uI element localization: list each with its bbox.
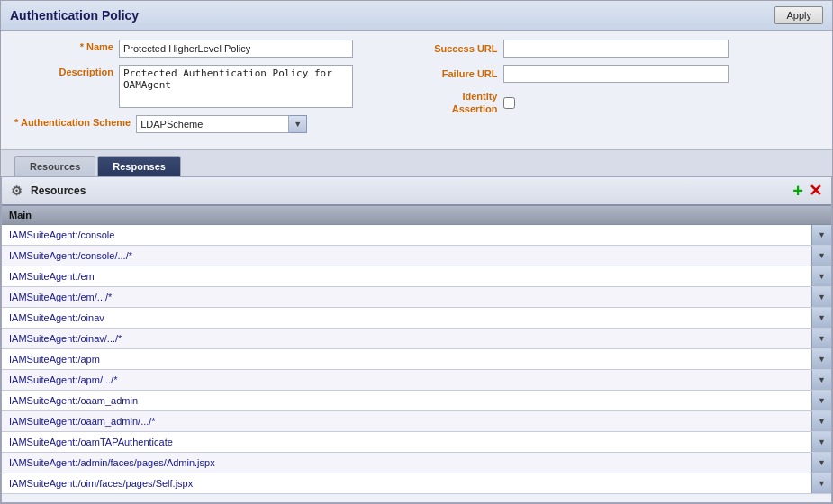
row-dropdown-arrow[interactable]: ▼ xyxy=(811,328,831,348)
table-row[interactable]: IAMSuiteAgent:/em/.../* ▼ xyxy=(2,287,831,308)
form-left: * Name Description Protected Authenticat… xyxy=(14,40,417,140)
table-row[interactable]: IAMSuiteAgent:/console/.../* ▼ xyxy=(2,246,831,266)
table-row[interactable]: IAMSuiteAgent:/console ▼ xyxy=(2,225,831,246)
page-container: Authentication Policy Apply * Name Descr… xyxy=(0,0,833,504)
row-dropdown-arrow[interactable]: ▼ xyxy=(811,287,831,307)
table-row[interactable]: IAMSuiteAgent:/admin/faces/pages/Admin.j… xyxy=(2,453,831,473)
row-dropdown-arrow[interactable]: ▼ xyxy=(811,246,831,266)
table-row[interactable]: IAMSuiteAgent:/apm ▼ xyxy=(2,349,831,370)
row-text: IAMSuiteAgent:/apm xyxy=(2,350,811,368)
resources-title-text: Resources xyxy=(31,184,86,197)
gear-icon: ⚙ xyxy=(11,184,25,198)
auth-scheme-wrapper: LDAPScheme ▼ xyxy=(136,115,307,133)
resources-table: Main IAMSuiteAgent:/console ▼ IAMSuiteAg… xyxy=(2,206,831,502)
row-text: IAMSuiteAgent:/oinav xyxy=(2,309,811,327)
select-arrow-icon[interactable]: ▼ xyxy=(289,115,307,133)
form-area: * Name Description Protected Authenticat… xyxy=(1,31,832,150)
row-dropdown-arrow[interactable]: ▼ xyxy=(811,473,831,493)
apply-button[interactable]: Apply xyxy=(774,6,823,24)
row-text: IAMSuiteAgent:/oamTAPAuthenticate xyxy=(2,433,811,451)
row-dropdown-arrow[interactable]: ▼ xyxy=(811,266,831,286)
identity-assertion-checkbox[interactable] xyxy=(503,97,515,109)
name-input[interactable] xyxy=(119,40,353,58)
row-text: IAMSuiteAgent:/oaam_admin/.../* xyxy=(2,412,811,430)
identity-assertion-label: Identity Assertion xyxy=(417,90,498,116)
resources-title: ⚙ Resources xyxy=(11,184,86,198)
remove-resource-icon[interactable]: ✕ xyxy=(809,183,822,199)
row-dropdown-arrow[interactable]: ▼ xyxy=(811,453,831,472)
auth-scheme-row: * Authentication Scheme LDAPScheme ▼ xyxy=(14,115,417,133)
tabs-area: Resources Responses xyxy=(1,150,832,176)
row-text: IAMSuiteAgent:/oim/faces/pages/Self.jspx xyxy=(2,474,811,492)
tab-resources[interactable]: Resources xyxy=(14,156,95,176)
row-dropdown-arrow[interactable]: ▼ xyxy=(811,370,831,390)
row-text: IAMSuiteAgent:/console xyxy=(2,226,811,244)
name-row: * Name xyxy=(14,40,417,58)
page-header: Authentication Policy Apply xyxy=(1,1,832,31)
content-panel: ⚙ Resources + ✕ Main IAMSuiteAgent:/cons… xyxy=(1,176,832,503)
row-text: IAMSuiteAgent:/admin/faces/pages/Admin.j… xyxy=(2,454,811,472)
page-title: Authentication Policy xyxy=(10,8,139,22)
add-resource-icon[interactable]: + xyxy=(792,182,803,200)
row-dropdown-arrow[interactable]: ▼ xyxy=(811,349,831,369)
row-text: IAMSuiteAgent:/em xyxy=(2,267,811,285)
table-row[interactable]: IAMSuiteAgent:/oinav/.../* ▼ xyxy=(2,328,831,349)
table-row[interactable]: IAMSuiteAgent:/oamTAPAuthenticate ▼ xyxy=(2,432,831,453)
identity-assertion-row: Identity Assertion xyxy=(417,90,819,116)
description-label: Description xyxy=(14,65,113,77)
description-input[interactable]: Protected Authentication Policy for OAMA… xyxy=(119,65,353,108)
failure-url-input[interactable] xyxy=(503,65,729,83)
table-row[interactable]: IAMSuiteAgent:/oaam_admin/.../* ▼ xyxy=(2,411,831,432)
table-row[interactable]: IAMSuiteAgent:/oaam_admin ▼ xyxy=(2,391,831,411)
row-text: IAMSuiteAgent:/em/.../* xyxy=(2,288,811,306)
table-row[interactable]: IAMSuiteAgent:/em ▼ xyxy=(2,266,831,287)
row-dropdown-arrow[interactable]: ▼ xyxy=(811,225,831,245)
header-actions: + ✕ xyxy=(792,182,822,200)
row-text: IAMSuiteAgent:/oinav/.../* xyxy=(2,329,811,347)
row-dropdown-arrow[interactable]: ▼ xyxy=(811,432,831,452)
auth-scheme-label: * Authentication Scheme xyxy=(14,115,131,128)
form-right: Success URL Failure URL Identity Asserti… xyxy=(417,40,819,123)
table-row[interactable]: IAMSuiteAgent:/apm/.../* ▼ xyxy=(2,370,831,391)
failure-url-label: Failure URL xyxy=(417,68,498,79)
resources-header: ⚙ Resources + ✕ xyxy=(2,177,831,206)
row-text: IAMSuiteAgent:/apm/.../* xyxy=(2,371,811,389)
form-top-section: * Name Description Protected Authenticat… xyxy=(14,40,819,140)
table-row[interactable]: IAMSuiteAgent:/oim/faces/pages/Self.jspx… xyxy=(2,473,831,494)
description-row: Description Protected Authentication Pol… xyxy=(14,65,417,108)
success-url-input[interactable] xyxy=(503,40,729,58)
success-url-row: Success URL xyxy=(417,40,819,58)
auth-scheme-select[interactable]: LDAPScheme xyxy=(136,115,289,133)
row-text: IAMSuiteAgent:/oaam_admin xyxy=(2,392,811,410)
row-dropdown-arrow[interactable]: ▼ xyxy=(811,391,831,410)
row-dropdown-arrow[interactable]: ▼ xyxy=(811,411,831,431)
success-url-label: Success URL xyxy=(417,43,498,54)
name-label: * Name xyxy=(14,40,113,52)
table-header: Main xyxy=(2,206,831,225)
table-row[interactable]: IAMSuiteAgent:/oinav ▼ xyxy=(2,308,831,328)
row-dropdown-arrow[interactable]: ▼ xyxy=(811,308,831,328)
tab-responses[interactable]: Responses xyxy=(97,156,181,176)
row-text: IAMSuiteAgent:/console/.../* xyxy=(2,247,811,265)
table-body[interactable]: IAMSuiteAgent:/console ▼ IAMSuiteAgent:/… xyxy=(2,225,831,502)
failure-url-row: Failure URL xyxy=(417,65,819,83)
